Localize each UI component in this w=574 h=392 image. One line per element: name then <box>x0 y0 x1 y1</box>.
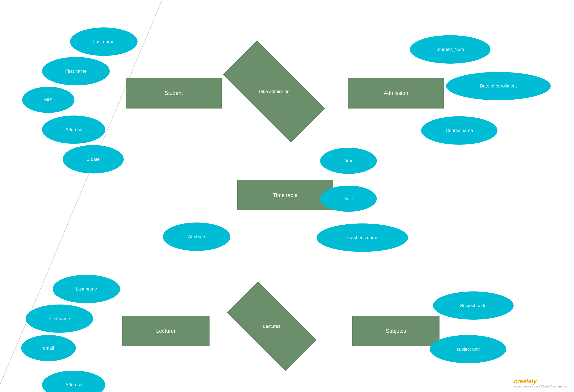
attr-teachers_name: Teacher's name <box>317 223 408 252</box>
attr-date_attr: Date <box>320 186 377 212</box>
relation-take_admission: Take admission <box>226 68 322 116</box>
attr-last_name_s: Last name <box>70 27 138 56</box>
attr-first_name_s: First name <box>42 57 110 85</box>
attr-last_name_l: Last name <box>53 275 120 303</box>
attr-address_s: Address <box>42 116 105 144</box>
attr-date_enrollment: Date of enrollment <box>446 72 551 100</box>
attr-attribute: Attribute <box>163 222 230 251</box>
attr-b_date: B date <box>63 145 124 174</box>
watermark: creately www.creately.com • Online Diagr… <box>514 378 568 388</box>
entity-subjetcs: Subjetcs <box>352 316 439 346</box>
attr-mis: MIS <box>22 87 74 113</box>
attr-course_name: Course name <box>421 116 497 145</box>
attr-subject_unit: subject unit <box>430 335 506 363</box>
entity-student: Student <box>126 78 222 109</box>
attr-student_num: Student_Num <box>410 35 491 64</box>
entity-lecturer: Lecturer <box>122 316 209 346</box>
attr-email: email <box>21 335 76 361</box>
attr-first_name_l: First name <box>26 305 93 333</box>
attr-time_attr: Time <box>320 148 377 174</box>
entity-timetable: Time table <box>237 180 333 210</box>
relation-lectures: Lectures <box>230 305 313 348</box>
attr-subject_code: Subject code <box>433 292 514 320</box>
entity-admission: Admission <box>348 78 444 109</box>
